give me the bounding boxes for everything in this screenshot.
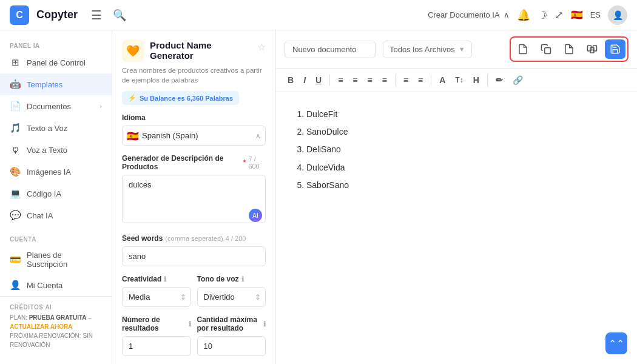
notification-icon[interactable]: 🔔 bbox=[517, 8, 530, 22]
sidebar-item-panel-control[interactable]: ⊞ Panel de Control bbox=[0, 52, 112, 73]
max-qty-group: Cantidad máxima por resultado ℹ bbox=[197, 315, 266, 356]
tono-select[interactable]: Divertido Formal Neutro bbox=[197, 287, 266, 307]
generator-textarea[interactable] bbox=[122, 175, 266, 223]
logo-text: Copyter bbox=[36, 8, 78, 21]
sidebar-item-texto-voz[interactable]: 🎵 Texto a Voz bbox=[0, 117, 112, 139]
tono-info-icon: ℹ bbox=[241, 275, 244, 283]
editor-btn-italic[interactable]: I bbox=[300, 73, 309, 87]
action-btn-multi[interactable] bbox=[582, 39, 602, 59]
tono-select-wrapper: Divertido Formal Neutro ⇕ bbox=[197, 287, 266, 307]
editor-btn-ul[interactable]: ≡ bbox=[415, 73, 426, 87]
planes-icon: 💳 bbox=[10, 254, 21, 265]
hamburger-icon[interactable]: ☰ bbox=[91, 8, 102, 22]
idioma-select[interactable]: Spanish (Spain) English bbox=[122, 126, 266, 146]
max-qty-info-icon: ℹ bbox=[263, 320, 266, 328]
documentos-icon: 📄 bbox=[10, 101, 21, 112]
star-icon[interactable]: ☆ bbox=[257, 41, 266, 53]
sidebar-planes-label: Planes de Suscripción bbox=[27, 251, 102, 269]
sidebar-item-codigo[interactable]: 💻 Código IA bbox=[0, 183, 112, 204]
editor-btn-align-justify[interactable]: ≡ bbox=[379, 73, 390, 87]
moon-icon[interactable]: ☽ bbox=[538, 8, 547, 22]
sidebar-item-planes[interactable]: 💳 Planes de Suscripción bbox=[0, 245, 112, 274]
generator-label-text: Generador de Descripción de Productos bbox=[122, 154, 241, 171]
template-description: Crea nombres de productos creativos a pa… bbox=[122, 66, 266, 85]
crear-documento-button[interactable]: Crear Documento IA ∧ bbox=[428, 10, 510, 19]
cuenta-label: CUENTA bbox=[0, 231, 112, 245]
editor-sep-3 bbox=[431, 75, 431, 86]
editor-btn-ol[interactable]: ≡ bbox=[400, 73, 411, 87]
chevron-up-icon: ∧ bbox=[504, 10, 510, 19]
list-item: DulceVida bbox=[306, 160, 619, 175]
archive-select[interactable]: Todos los Archivos ▼ bbox=[383, 41, 472, 58]
sidebar-item-templates[interactable]: 🤖 Templates bbox=[0, 73, 112, 95]
action-btn-file[interactable] bbox=[559, 39, 579, 59]
generator-count: 7 / 600 bbox=[248, 155, 266, 170]
balance-badge: ⚡ Su Balance es 6,360 Palabras bbox=[122, 91, 239, 105]
tono-group: Tono de voz ℹ Divertido Formal Neutro ⇕ bbox=[197, 275, 266, 307]
seed-input[interactable] bbox=[122, 246, 266, 266]
crear-btn-label: Crear Documento IA bbox=[428, 10, 500, 19]
sidebar-codigo-label: Código IA bbox=[27, 189, 102, 198]
chat-icon: 💬 bbox=[10, 210, 21, 221]
balance-label: Su Balance es 6,360 Palabras bbox=[140, 95, 233, 102]
creatividad-info-icon: ℹ bbox=[164, 275, 166, 283]
editor-btn-pen[interactable]: ✏ bbox=[493, 73, 506, 87]
seed-label: Seed words (comma seperated) 4 / 200 bbox=[122, 234, 266, 243]
right-toolbar: Todos los Archivos ▼ bbox=[276, 30, 637, 69]
editor-btn-font-color[interactable]: A bbox=[436, 73, 448, 87]
voz-texto-icon: 🎙 bbox=[10, 144, 21, 155]
results-qty-row: Número de resultados ℹ Cantidad máxima p… bbox=[122, 315, 266, 364]
required-star: * bbox=[243, 158, 246, 167]
sidebar-item-imagenes[interactable]: 🎨 Imágenes IA bbox=[0, 161, 112, 183]
logo-icon: C bbox=[10, 5, 29, 25]
creatividad-group: Creatividad ℹ Media Alta Baja ⇕ bbox=[122, 275, 191, 307]
search-icon[interactable]: 🔍 bbox=[113, 8, 126, 22]
action-btn-copy[interactable] bbox=[536, 39, 556, 59]
generator-group: Generador de Descripción de Productos * … bbox=[122, 154, 266, 226]
doc-title-input[interactable] bbox=[285, 41, 376, 58]
content-area: 🧡 Product Name Generator ☆ Crea nombres … bbox=[112, 30, 637, 364]
content-list: DulceFitSanoDulceDeliSanoDulceVidaSaborS… bbox=[294, 107, 619, 193]
plan-static-label: PLAN: bbox=[10, 314, 27, 321]
editor-btn-underline[interactable]: U bbox=[312, 73, 325, 87]
sidebar-item-voz-texto[interactable]: 🎙 Voz a Texto bbox=[0, 139, 112, 161]
user-avatar[interactable]: 👤 bbox=[608, 5, 627, 25]
editor-btn-link[interactable]: 🔗 bbox=[510, 73, 526, 87]
list-item: SaborSano bbox=[306, 178, 619, 193]
editor-sep-2 bbox=[395, 75, 396, 86]
sidebar-item-mi-cuenta[interactable]: 👤 Mi Cuenta bbox=[0, 274, 112, 296]
action-btn-save[interactable] bbox=[605, 39, 625, 59]
right-panel: Todos los Archivos ▼ bbox=[276, 30, 637, 364]
editor-btn-bold[interactable]: B bbox=[285, 73, 297, 87]
action-btn-new-doc[interactable] bbox=[513, 39, 533, 59]
template-icon: 🧡 bbox=[122, 40, 144, 62]
editor-btn-align-right[interactable]: ≡ bbox=[364, 73, 375, 87]
sidebar-item-documentos[interactable]: 📄 Documentos › bbox=[0, 95, 112, 117]
codigo-icon: 💻 bbox=[10, 188, 21, 199]
scroll-to-top-button[interactable]: ⌃⌃ bbox=[605, 332, 627, 354]
archive-chevron-icon: ▼ bbox=[459, 46, 465, 53]
num-results-input[interactable] bbox=[122, 336, 191, 356]
plan-info: PLAN: PRUEBA GRATUITA – ACTUALIZAR AHORA… bbox=[10, 313, 102, 349]
sidebar-imagenes-label: Imágenes IA bbox=[27, 167, 102, 177]
left-panel: 🧡 Product Name Generator ☆ Crea nombres … bbox=[112, 30, 276, 364]
renov-text: PRÓXIMA RENOVACIÓN: SIN RENOVACIÓN bbox=[10, 332, 93, 348]
editor-btn-font-size[interactable]: T↕ bbox=[452, 74, 466, 86]
editor-btn-align-center[interactable]: ≡ bbox=[349, 73, 360, 87]
expand-icon[interactable]: ⤢ bbox=[554, 8, 564, 22]
editor-btn-align-left[interactable]: ≡ bbox=[335, 73, 346, 87]
action-icons-group bbox=[510, 36, 629, 62]
max-qty-input[interactable] bbox=[197, 336, 266, 356]
editor-btn-heading[interactable]: H bbox=[470, 73, 482, 87]
editor-content[interactable]: DulceFitSanoDulceDeliSanoDulceVidaSaborS… bbox=[276, 92, 637, 364]
upgrade-link[interactable]: ACTUALIZAR AHORA bbox=[10, 323, 73, 330]
sidebar: PANEL IA ⊞ Panel de Control 🤖 Templates … bbox=[0, 30, 112, 364]
plan-name: PRUEBA GRATUITA bbox=[29, 314, 87, 321]
sidebar-item-chat[interactable]: 💬 Chat IA bbox=[0, 204, 112, 226]
creatividad-tono-row: Creatividad ℹ Media Alta Baja ⇕ To bbox=[122, 275, 266, 315]
creatividad-select[interactable]: Media Alta Baja bbox=[122, 287, 191, 307]
credits-label: CRÉDITOS AI bbox=[10, 304, 102, 313]
creatividad-select-wrapper: Media Alta Baja ⇕ bbox=[122, 287, 191, 307]
creatividad-label: Creatividad ℹ bbox=[122, 275, 191, 283]
max-qty-label: Cantidad máxima por resultado ℹ bbox=[197, 315, 266, 332]
